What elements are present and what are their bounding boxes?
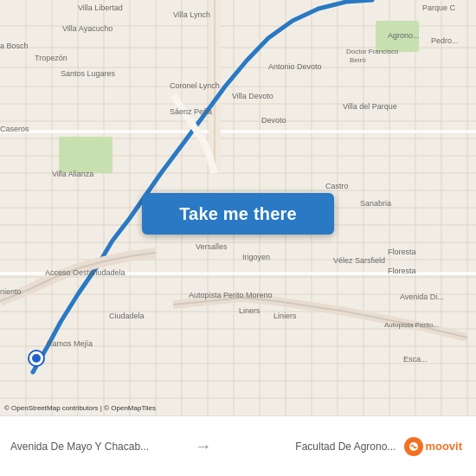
origin-section: Avenida De Mayo Y Chacab... (10, 441, 188, 453)
svg-text:Villa Lynch: Villa Lynch (173, 10, 210, 19)
svg-text:Ramos Mejía: Ramos Mejía (47, 339, 93, 348)
svg-text:Beiró: Beiró (350, 56, 366, 64)
svg-text:Devoto: Devoto (261, 116, 286, 125)
svg-text:Versalles: Versalles (196, 242, 228, 251)
svg-text:Floresta: Floresta (388, 248, 416, 256)
svg-text:Ciudadela: Ciudadela (90, 268, 125, 277)
svg-text:Acceso Oeste: Acceso Oeste (45, 268, 93, 277)
cta-label: Take me there (179, 204, 297, 224)
svg-text:Tropezón: Tropezón (35, 54, 68, 62)
svg-text:Irigoyen: Irigoyen (242, 253, 270, 261)
svg-text:Villa Ayacucho: Villa Ayacucho (62, 24, 113, 33)
svg-text:© OpenStreetMap contributors |: © OpenStreetMap contributors | © OpenMap… (4, 404, 156, 412)
svg-text:Antonio Devoto: Antonio Devoto (268, 62, 322, 71)
svg-text:Esca...: Esca... (403, 355, 428, 363)
svg-text:Autopista Perito...: Autopista Perito... (384, 321, 439, 329)
svg-text:Liners: Liners (239, 306, 261, 315)
moovit-icon (404, 437, 423, 456)
svg-text:Avenida Di...: Avenida Di... (400, 293, 444, 301)
svg-text:Liniers: Liniers (273, 312, 297, 320)
moovit-logo: moovit (404, 437, 462, 456)
svg-text:Agrono...: Agrono... (388, 31, 420, 40)
svg-text:Villa Libertad: Villa Libertad (78, 3, 123, 12)
bottom-bar: Avenida De Mayo Y Chacab... → Facultad D… (0, 415, 476, 476)
svg-text:Parque C: Parque C (422, 3, 456, 12)
svg-text:Pedro...: Pedro... (431, 36, 459, 45)
origin-label: Avenida De Mayo Y Chacab... (10, 441, 188, 453)
svg-text:Vélez Sarsfield: Vélez Sarsfield (333, 256, 385, 265)
svg-text:Floresta: Floresta (388, 267, 416, 275)
route-arrow-icon: → (195, 436, 212, 456)
svg-text:niento: niento (0, 287, 22, 296)
svg-text:Villa Devoto: Villa Devoto (232, 92, 273, 100)
svg-text:Santos Lugares: Santos Lugares (61, 69, 116, 78)
svg-text:Caseros: Caseros (0, 125, 29, 133)
svg-text:Sáenz Peña: Sáenz Peña (170, 107, 212, 116)
svg-text:Coronel Lynch: Coronel Lynch (170, 81, 220, 90)
svg-text:Castro: Castro (325, 182, 349, 190)
destination-section: Facultad De Agrono... (219, 441, 396, 453)
svg-text:a Bosch: a Bosch (0, 42, 29, 50)
svg-text:Sanabria: Sanabria (360, 199, 391, 208)
svg-text:Villa Alianza: Villa Alianza (52, 170, 93, 178)
take-me-there-button[interactable]: Take me there (142, 193, 334, 235)
map-container: Villa Libertad Villa Ayacucho Villa Lync… (0, 0, 476, 415)
svg-rect-43 (59, 137, 113, 173)
svg-text:Ciudadela: Ciudadela (109, 312, 145, 320)
svg-text:Villa del Parque: Villa del Parque (343, 102, 397, 111)
svg-text:Autopista Perito Moreno: Autopista Perito Moreno (189, 291, 273, 299)
svg-text:Doctor Francisco: Doctor Francisco (346, 48, 399, 55)
destination-label: Facultad De Agrono... (295, 441, 396, 453)
origin-marker (29, 351, 43, 365)
moovit-text: moovit (425, 440, 462, 453)
